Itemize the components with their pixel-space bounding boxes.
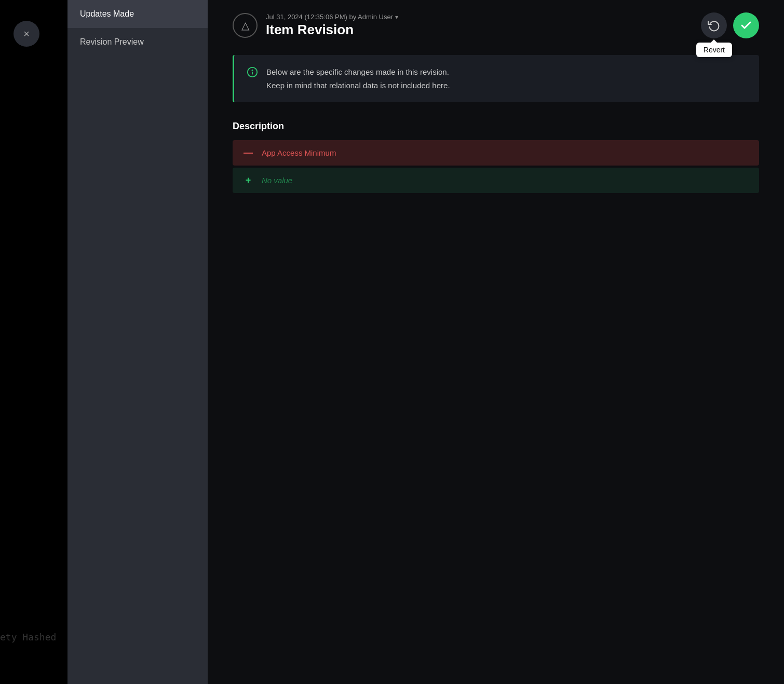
confirm-button-wrapper: Revert xyxy=(733,12,759,38)
meta-dropdown-arrow[interactable]: ▾ xyxy=(395,13,398,21)
plus-icon: + xyxy=(243,175,253,186)
minus-icon: — xyxy=(243,147,253,158)
header-right: Revert xyxy=(701,12,759,38)
added-value: No value xyxy=(262,176,292,185)
header-title-group: Jul 31, 2024 (12:35:06 PM) by Admin User… xyxy=(266,13,398,38)
diff-row-removed: — App Access Minimum xyxy=(233,140,759,166)
sidebar-item-updates-made[interactable]: Updates Made xyxy=(67,0,208,28)
removed-value: App Access Minimum xyxy=(262,148,336,157)
info-line-2: Keep in mind that relational data is not… xyxy=(266,79,450,92)
history-icon xyxy=(708,19,720,32)
main-content: △ Jul 31, 2024 (12:35:06 PM) by Admin Us… xyxy=(208,0,784,684)
info-line-1: Below are the specific changes made in t… xyxy=(266,65,450,79)
checkmark-icon xyxy=(740,19,752,32)
close-button[interactable]: × xyxy=(13,21,39,47)
description-section: Description — App Access Minimum + No va… xyxy=(233,121,759,193)
description-title: Description xyxy=(233,121,759,132)
confirm-button[interactable] xyxy=(733,12,759,38)
sidebar: Updates Made Revision Preview xyxy=(67,0,208,684)
info-icon xyxy=(247,66,258,81)
diff-row-added: + No value xyxy=(233,168,759,193)
header-left: △ Jul 31, 2024 (12:35:06 PM) by Admin Us… xyxy=(233,13,398,38)
background-hashed-text: ety Hashed xyxy=(0,632,56,642)
page-title: Item Revision xyxy=(266,22,398,38)
header-meta: Jul 31, 2024 (12:35:06 PM) by Admin User… xyxy=(266,13,398,21)
sidebar-item-revision-preview[interactable]: Revision Preview xyxy=(67,28,208,56)
header: △ Jul 31, 2024 (12:35:06 PM) by Admin Us… xyxy=(233,12,759,38)
history-button[interactable] xyxy=(701,12,727,38)
revision-icon: △ xyxy=(233,13,258,38)
info-banner: Below are the specific changes made in t… xyxy=(233,55,759,102)
info-text: Below are the specific changes made in t… xyxy=(266,65,450,92)
revert-tooltip: Revert xyxy=(696,43,732,57)
header-meta-text: Jul 31, 2024 (12:35:06 PM) by Admin User xyxy=(266,13,393,21)
